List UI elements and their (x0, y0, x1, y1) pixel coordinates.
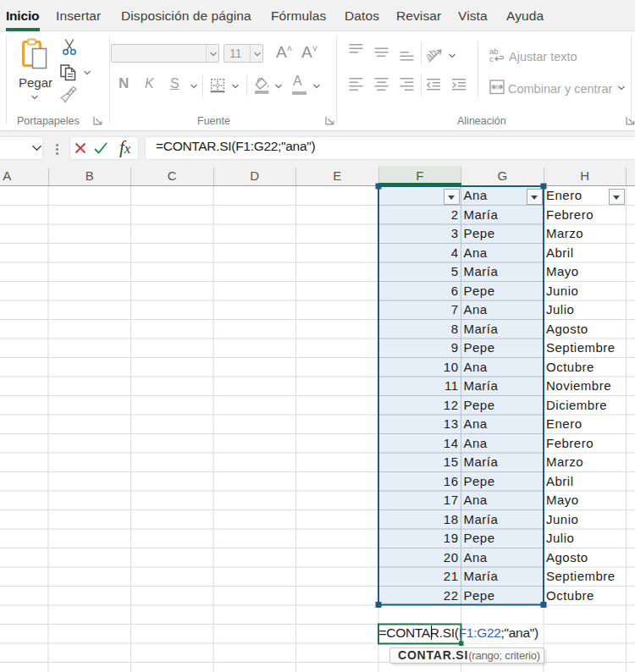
svg-text:c: c (489, 54, 494, 63)
